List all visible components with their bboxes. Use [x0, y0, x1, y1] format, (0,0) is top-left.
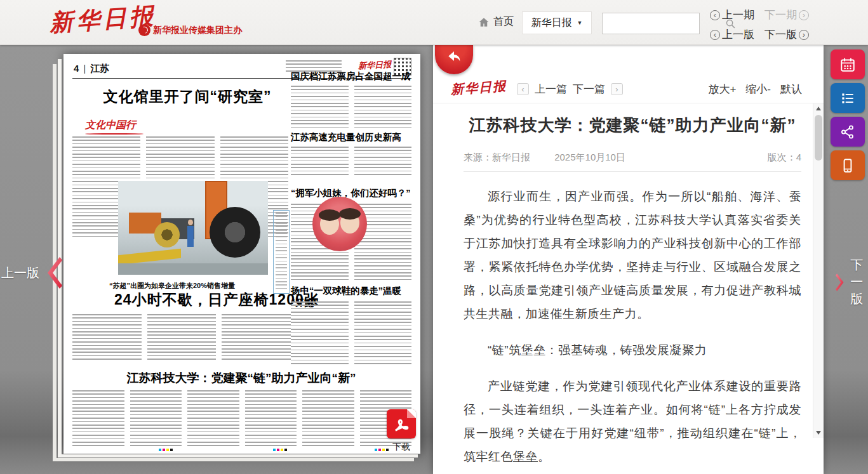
edition-row: ‹ 上一版 下一版 ›	[710, 27, 809, 42]
article-list-button[interactable]	[831, 83, 865, 113]
article-source: 来源：新华日报	[464, 152, 530, 162]
next-issue-button[interactable]: 下一期 ›	[765, 8, 809, 22]
text-columns	[291, 301, 411, 365]
prev-edition-button[interactable]: ‹ 上一版	[710, 27, 754, 42]
page-stack-edge	[53, 458, 414, 461]
page-stack-edge	[58, 454, 418, 458]
text-columns	[291, 147, 411, 177]
page-number: 4|江苏	[74, 63, 109, 75]
scrollbar[interactable]	[813, 103, 824, 438]
list-icon	[839, 90, 856, 107]
prev-issue-button[interactable]: ‹ 上一期	[710, 8, 754, 22]
circle-chevron-left-icon: ‹	[710, 10, 720, 20]
chevron-right-icon	[836, 266, 845, 299]
pdf-icon	[387, 409, 416, 438]
factory-photo	[118, 181, 268, 275]
search-box	[602, 13, 700, 34]
group-seal-icon	[138, 24, 150, 36]
share-button[interactable]	[831, 117, 865, 147]
headline-university[interactable]: 江苏科技大学：党建聚“链”助力产业向“新”	[102, 370, 381, 386]
prev-article-icon[interactable]: ‹	[517, 83, 529, 95]
scrollbar-thumb[interactable]	[815, 115, 822, 161]
chevron-left-icon	[44, 256, 62, 289]
circle-chevron-right-icon: ›	[799, 10, 809, 20]
next-article-button[interactable]: 下一篇	[573, 82, 605, 96]
paragraph: 产业链党建，作为党建引领现代化产业体系建设的重要路径，一头连着组织，一头连着产业…	[464, 374, 801, 468]
article-title: 江苏科技大学：党建聚“链”助力产业向“新”	[464, 114, 801, 136]
download-pdf-button[interactable]: 下载	[385, 409, 418, 453]
paragraph-text: 。	[538, 450, 551, 463]
prev-edition-edge-button[interactable]: 上一版	[1, 256, 62, 289]
article-nav: ‹ 上一篇 下一篇 ›	[517, 82, 623, 96]
search-input[interactable]	[603, 13, 725, 34]
calendar-button[interactable]	[831, 49, 865, 79]
issue-edition-pager: ‹ 上一期 下一期 › ‹ 上一版 下一版 ›	[710, 8, 809, 47]
share-icon	[839, 124, 856, 140]
home-label: 首页	[493, 15, 514, 29]
text-columns	[72, 314, 291, 362]
headline-culture-center[interactable]: 文化馆里开了间“研究室”	[80, 87, 295, 107]
zoom-reset-button[interactable]: 默认	[780, 82, 802, 96]
next-issue-label: 下一期	[765, 8, 797, 22]
section-subheading: “链”筑堡垒：强基铸魂，铸强发展凝聚力	[464, 338, 801, 362]
next-edition-button[interactable]: 下一版 ›	[765, 27, 809, 42]
phone-icon	[839, 157, 856, 174]
next-edition-label: 下一版	[765, 27, 797, 42]
home-icon	[478, 16, 490, 28]
back-button[interactable]	[435, 44, 473, 74]
prev-edition-edge-label: 上一版	[1, 265, 39, 282]
print-marks	[159, 449, 173, 451]
back-arrow-icon	[444, 48, 464, 67]
issue-row: ‹ 上一期 下一期 ›	[710, 8, 809, 22]
print-marks	[273, 449, 287, 451]
chevron-down-icon: ▼	[577, 20, 583, 26]
zoom-in-button[interactable]: 放大+	[708, 82, 736, 96]
reader-logo: 新华日报	[450, 77, 507, 98]
inline-link[interactable]: 堡垒	[513, 450, 538, 463]
top-header: 新华日报 新华报业传媒集团主办 首页 新华日报 ▼ ‹ 上一期	[0, 0, 868, 45]
reader-toolbar: 新华日报 ‹ 上一篇 下一篇 › 放大+ 缩小- 默认	[433, 74, 824, 103]
zoom-out-button[interactable]: 缩小-	[745, 82, 771, 96]
headline-seats[interactable]: 24小时不歇，日产座椅1200张	[114, 290, 319, 310]
divider	[464, 171, 801, 172]
prev-issue-label: 上一期	[722, 8, 754, 22]
paragraph: 源行业而生，因产业而强。作为一所以“船舶、海洋、蚕桑”为优势的行业特色型高校，江…	[464, 185, 801, 326]
nav-home[interactable]: 首页	[478, 15, 514, 29]
article-date: 2025年10月10日	[554, 152, 625, 162]
publisher-line: 新华报业传媒集团主办	[138, 24, 242, 36]
kicker-suchao[interactable]: “苏超”出圈为如皋企业带来20%销售增量	[109, 281, 235, 291]
calendar-icon	[839, 56, 856, 73]
download-label: 下载	[385, 442, 418, 453]
photo-caption-box	[273, 210, 290, 294]
headline-charging[interactable]: 江苏高速充电量创历史新高	[291, 131, 413, 143]
paper-select-dropdown[interactable]: 新华日报 ▼	[522, 11, 592, 34]
article-page-ref: 版次：4	[768, 152, 801, 164]
scroll-down-button[interactable]	[813, 428, 824, 438]
meta-left: 来源：新华日报 2025年10月10日	[464, 152, 625, 164]
next-article-icon[interactable]: ›	[611, 83, 623, 95]
next-edition-edge-label: 下一版	[850, 256, 868, 308]
sisters-photo	[312, 197, 367, 251]
scroll-up-button[interactable]	[813, 103, 824, 114]
newspaper-page[interactable]: 4|江苏 新华日报 文化馆里开了间“研究室” 文化中国行 “苏超”出圈为如皋企业…	[63, 54, 420, 454]
zoom-controls: 放大+ 缩小- 默认	[708, 82, 802, 96]
publisher-label: 新华报业传媒集团主办	[153, 25, 242, 36]
prev-article-button[interactable]: 上一篇	[535, 82, 567, 96]
next-edition-edge-button[interactable]: 下一版	[836, 256, 868, 308]
mobile-button[interactable]	[831, 150, 865, 180]
article-meta: 来源：新华日报 2025年10月10日 版次：4	[464, 152, 801, 164]
culture-china-badge: 文化中国行	[85, 119, 144, 135]
paper-select-value: 新华日报	[531, 16, 572, 30]
headline-sisters[interactable]: “拥军小姐妹，你们还好吗？”	[291, 187, 413, 199]
text-columns	[291, 86, 411, 128]
text-columns	[72, 390, 411, 446]
app: 新华日报 新华报业传媒集团主办 首页 新华日报 ▼ ‹ 上一期	[0, 0, 868, 474]
prev-edition-label: 上一版	[722, 27, 754, 42]
side-toolbar	[831, 49, 865, 180]
article-content: 江苏科技大学：党建聚“链”助力产业向“新” 来源：新华日报 2025年10月10…	[464, 103, 801, 474]
article-reader-panel: 新华日报 ‹ 上一篇 下一篇 › 放大+ 缩小- 默认 江苏科技大学：党建聚“链…	[433, 44, 824, 474]
circle-chevron-right-icon: ›	[799, 30, 809, 40]
headline-box-office[interactable]: 国庆档江苏票房占全国超一成	[291, 70, 413, 82]
circle-chevron-left-icon: ‹	[710, 30, 720, 40]
